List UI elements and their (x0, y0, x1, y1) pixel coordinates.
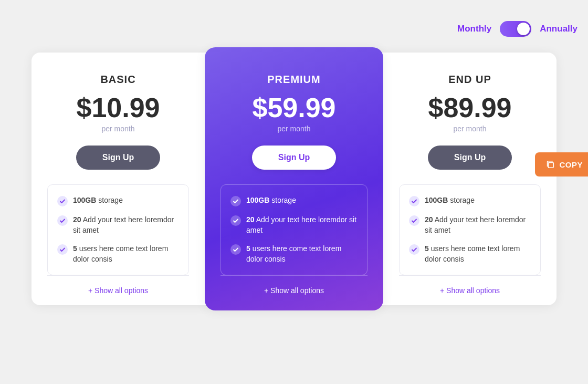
premium-feature-3: 5 users here come text lorem dolor consi… (230, 244, 358, 264)
premium-feature-3-bold: 5 (246, 244, 250, 253)
check-icon (230, 196, 241, 206)
annually-label: Annually (540, 24, 578, 34)
premium-feature-2: 20 Add your text here loremdor sit amet (230, 215, 358, 235)
check-icon (57, 215, 68, 226)
basic-feature-1: 100GB storage (57, 195, 179, 206)
premium-card: PREMIUM $59.99 per month Sign Up 100GB s… (205, 47, 383, 310)
premium-signup-button[interactable]: Sign Up (252, 146, 336, 170)
check-icon (230, 215, 241, 226)
basic-feature-3-text: 5 users here come text lorem dolor consi… (73, 244, 179, 264)
endup-feature-2-bold: 20 (425, 215, 433, 224)
svg-rect-0 (549, 162, 554, 168)
endup-features-box: 100GB storage 20 Add your text here lore… (399, 184, 541, 275)
premium-price: $59.99 (252, 94, 335, 121)
endup-period: per month (453, 124, 486, 133)
premium-feature-1: 100GB storage (230, 195, 358, 206)
premium-feature-3-text: 5 users here come text lorem dolor consi… (246, 244, 358, 264)
endup-feature-3-text: 5 users here come text lorem dolor consi… (425, 244, 531, 264)
check-icon (57, 244, 68, 255)
top-bar: Monthly Annually (10, 21, 578, 37)
endup-plan-name: END UP (448, 74, 491, 86)
premium-show-options[interactable]: + Show all options (220, 275, 368, 305)
basic-feature-1-bold: 100GB (73, 196, 96, 204)
basic-plan-name: BASIC (100, 74, 135, 86)
premium-period: per month (277, 124, 310, 133)
basic-period: per month (101, 124, 134, 133)
premium-feature-2-bold: 20 (246, 215, 255, 224)
copy-button[interactable]: COPY (535, 152, 588, 177)
monthly-label: Monthly (457, 24, 491, 34)
copy-icon (545, 160, 555, 169)
billing-toggle[interactable] (500, 21, 531, 37)
endup-feature-3-bold: 5 (425, 244, 429, 253)
basic-signup-button[interactable]: Sign Up (76, 146, 160, 170)
basic-show-options[interactable]: + Show all options (47, 275, 189, 305)
premium-feature-1-bold: 100GB (246, 196, 269, 204)
endup-signup-button[interactable]: Sign Up (428, 146, 512, 170)
endup-feature-2-text: 20 Add your text here loremdor sit amet (425, 215, 531, 235)
basic-feature-3: 5 users here come text lorem dolor consi… (57, 244, 179, 264)
premium-feature-1-text: 100GB storage (246, 195, 296, 206)
endup-card: END UP $89.99 per month Sign Up COPY 100… (378, 53, 556, 305)
endup-feature-1: 100GB storage (409, 195, 531, 206)
endup-price: $89.99 (428, 94, 511, 121)
basic-price: $10.99 (76, 94, 160, 121)
premium-features-box: 100GB storage 20 Add your text here lore… (220, 184, 368, 275)
premium-feature-2-text: 20 Add your text here loremdor sit amet (246, 215, 358, 235)
copy-label: COPY (559, 160, 583, 169)
endup-feature-1-text: 100GB storage (425, 195, 475, 206)
basic-card: BASIC $10.99 per month Sign Up 100GB sto… (32, 53, 210, 305)
check-icon (230, 244, 241, 255)
basic-feature-1-text: 100GB storage (73, 195, 123, 206)
endup-feature-2: 20 Add your text here loremdor sit amet (409, 215, 531, 235)
pricing-cards: BASIC $10.99 per month Sign Up 100GB sto… (10, 53, 578, 305)
premium-plan-name: PREMIUM (267, 74, 320, 86)
basic-feature-2-text: 20 Add your text here loremdor sit amet (73, 215, 179, 235)
check-icon (409, 215, 419, 226)
check-icon (409, 244, 419, 255)
basic-feature-3-bold: 5 (73, 244, 77, 253)
basic-feature-2: 20 Add your text here loremdor sit amet (57, 215, 179, 235)
basic-feature-2-bold: 20 (73, 215, 81, 224)
endup-show-options[interactable]: + Show all options (399, 275, 541, 305)
check-icon (57, 196, 68, 206)
toggle-knob (517, 23, 530, 35)
endup-feature-1-bold: 100GB (425, 196, 448, 204)
check-icon (409, 196, 419, 206)
basic-features-box: 100GB storage 20 Add your text here lore… (47, 184, 189, 275)
endup-feature-3: 5 users here come text lorem dolor consi… (409, 244, 531, 264)
